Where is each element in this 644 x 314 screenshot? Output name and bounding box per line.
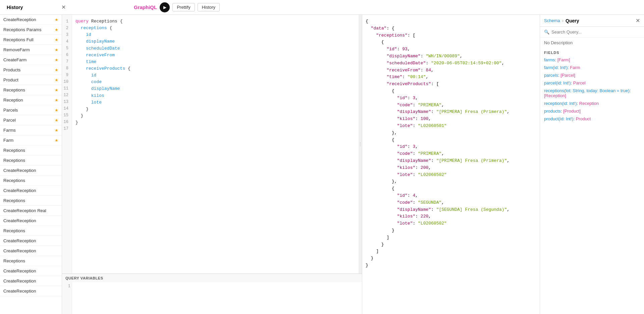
line-number: 4 bbox=[63, 38, 70, 45]
editor-result-gutter[interactable] bbox=[359, 15, 362, 273]
close-history-icon[interactable]: ✕ bbox=[61, 4, 66, 10]
history-item-label: Receptions Params bbox=[3, 27, 41, 32]
line-number: 14 bbox=[63, 105, 70, 112]
history-list-item[interactable]: Farm★ bbox=[0, 135, 62, 145]
schema-field-item[interactable]: parcel(id: Int!): Parcel bbox=[540, 79, 644, 87]
fields-section-label: FIELDS bbox=[540, 48, 644, 56]
history-list-item[interactable]: CreateReception★ bbox=[0, 15, 62, 25]
schema-field-item[interactable]: farms: [Farm] bbox=[540, 56, 644, 64]
star-icon: ★ bbox=[55, 58, 58, 62]
history-list-item[interactable]: Receptions Full★ bbox=[0, 35, 62, 45]
variables-area: 1 bbox=[62, 282, 362, 314]
history-list-item[interactable]: CreateReception bbox=[0, 236, 62, 246]
history-item-label: Receptions bbox=[3, 258, 25, 263]
history-list-item[interactable]: CreateReception bbox=[0, 266, 62, 276]
history-list-item[interactable]: Receptions bbox=[0, 226, 62, 236]
history-list-item[interactable]: CreateReception bbox=[0, 216, 62, 226]
history-item-label: Receptions Full bbox=[3, 37, 34, 42]
star-icon: ★ bbox=[55, 88, 58, 92]
history-item-label: Products bbox=[3, 67, 20, 72]
field-type-link[interactable]: [Farm] bbox=[557, 57, 570, 62]
schema-field-item[interactable]: product(id: Int!): Product bbox=[540, 115, 644, 123]
schema-panel-header: Schema › Query ✕ bbox=[540, 15, 644, 27]
history-list-item[interactable]: CreateReception bbox=[0, 186, 62, 196]
schema-back-button[interactable]: Schema bbox=[544, 18, 560, 23]
history-list-item[interactable]: CreateReception bbox=[0, 166, 62, 176]
history-list-item[interactable]: Reception★ bbox=[0, 95, 62, 105]
history-item-label: Receptions bbox=[3, 87, 25, 92]
field-type-link[interactable]: Farm bbox=[570, 65, 580, 70]
field-type-link[interactable]: Reception bbox=[579, 101, 599, 106]
top-bar: History ✕ GraphiQL ▶ Prettify History bbox=[0, 0, 644, 15]
history-list-item[interactable]: Receptions bbox=[0, 145, 62, 155]
star-icon: ★ bbox=[55, 27, 58, 32]
field-type-link[interactable]: [Product] bbox=[563, 109, 581, 114]
star-icon: ★ bbox=[55, 108, 58, 113]
var-line-numbers: 1 bbox=[62, 282, 72, 314]
schema-panel-title: Query bbox=[566, 18, 579, 23]
field-type: : bbox=[577, 101, 579, 106]
history-list-item[interactable]: Product★ bbox=[0, 75, 62, 85]
history-list-item[interactable]: CreateFarm★ bbox=[0, 55, 62, 65]
schema-field-item[interactable]: farm(id: Int!): Farm bbox=[540, 64, 644, 71]
history-item-label: Farms bbox=[3, 128, 16, 133]
history-item-label: CreateReception bbox=[3, 188, 36, 193]
prettify-button[interactable]: Prettify bbox=[172, 3, 195, 11]
schema-field-item[interactable]: reception(id: Int!): Reception bbox=[540, 100, 644, 107]
schema-field-item[interactable]: parcels: [Parcel] bbox=[540, 71, 644, 79]
history-list-item[interactable]: CreateReception bbox=[0, 286, 62, 296]
line-number: 17 bbox=[63, 125, 70, 132]
history-list-item[interactable]: CreateReception Real bbox=[0, 206, 62, 216]
history-sidebar-title: History bbox=[3, 5, 65, 10]
history-item-label: CreateReception bbox=[3, 278, 36, 284]
history-list-item[interactable]: Receptions bbox=[0, 176, 62, 186]
schema-close-button[interactable]: ✕ bbox=[636, 17, 640, 24]
field-name: parcel(id: Int!) bbox=[544, 80, 571, 85]
star-icon: ★ bbox=[55, 48, 58, 52]
line-number: 8 bbox=[63, 65, 70, 72]
field-type-link[interactable]: [Parcel] bbox=[560, 73, 575, 78]
history-item-label: Receptions bbox=[3, 178, 25, 183]
star-icon: ★ bbox=[55, 138, 58, 143]
field-type-link[interactable]: [Reception] bbox=[544, 93, 566, 98]
history-list-item[interactable]: Receptions bbox=[0, 155, 62, 166]
line-number: 5 bbox=[63, 45, 70, 52]
field-type-link[interactable]: Parcel bbox=[573, 80, 586, 85]
star-icon: ★ bbox=[55, 128, 58, 133]
history-item-label: Parcels bbox=[3, 108, 18, 113]
field-name: products bbox=[544, 109, 561, 114]
code-editor[interactable]: query Receptions { receptions { id displ… bbox=[72, 15, 359, 273]
history-list-item[interactable]: Products★ bbox=[0, 65, 62, 75]
editor-section: 1234567891011121314151617 query Receptio… bbox=[62, 15, 362, 314]
history-list-item[interactable]: Parcels★ bbox=[0, 105, 62, 115]
star-icon: ★ bbox=[55, 17, 58, 22]
search-icon: 🔍 bbox=[544, 29, 549, 35]
schema-search-input[interactable] bbox=[551, 29, 640, 35]
schema-field-item[interactable]: products: [Product] bbox=[540, 107, 644, 115]
history-item-label: CreateReception bbox=[3, 238, 36, 243]
history-list-item[interactable]: CreateReception bbox=[0, 246, 62, 256]
field-type: : bbox=[571, 80, 573, 85]
variables-input[interactable] bbox=[72, 282, 362, 314]
history-list-item[interactable]: CreateReception bbox=[0, 276, 62, 286]
line-number: 9 bbox=[63, 72, 70, 78]
line-number: 7 bbox=[63, 58, 70, 65]
field-name: reception(id: Int!) bbox=[544, 101, 577, 106]
history-list-item[interactable]: Farms★ bbox=[0, 125, 62, 135]
history-list-item[interactable]: Receptions★ bbox=[0, 85, 62, 95]
history-list-item[interactable]: Receptions bbox=[0, 256, 62, 266]
field-type-link[interactable]: Product bbox=[576, 116, 591, 121]
history-list-item[interactable]: Receptions Params★ bbox=[0, 25, 62, 35]
field-type: : bbox=[630, 88, 631, 93]
run-button[interactable]: ▶ bbox=[160, 2, 170, 12]
history-list-item[interactable]: RemoveFarm★ bbox=[0, 45, 62, 55]
schema-field-item[interactable]: receptions(lot: String, today: Boolean =… bbox=[540, 87, 644, 100]
history-button[interactable]: History bbox=[198, 3, 220, 11]
history-list-item[interactable]: Receptions bbox=[0, 196, 62, 206]
history-item-label: CreateReception bbox=[3, 17, 36, 22]
line-number: 11 bbox=[63, 85, 70, 92]
schema-panel: Schema › Query ✕ 🔍 No Description FIELDS… bbox=[540, 15, 644, 314]
history-item-label: CreateReception bbox=[3, 289, 36, 294]
history-list-item[interactable]: Parcel★ bbox=[0, 115, 62, 125]
line-numbers: 1234567891011121314151617 bbox=[62, 15, 72, 273]
